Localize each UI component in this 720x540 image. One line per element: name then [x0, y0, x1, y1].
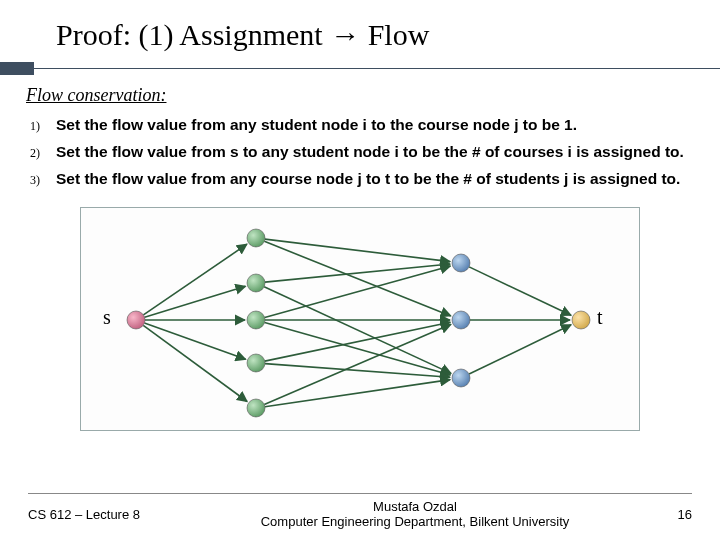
svg-point-19 — [127, 311, 145, 329]
svg-point-26 — [452, 311, 470, 329]
svg-point-27 — [452, 369, 470, 387]
step-number: 3) — [30, 169, 56, 190]
step-text: Set the flow value from any course node … — [56, 169, 694, 190]
svg-line-0 — [143, 244, 246, 315]
svg-point-20 — [247, 229, 265, 247]
step-item: 1) Set the flow value from any student n… — [26, 112, 694, 139]
svg-line-16 — [469, 267, 571, 315]
footer-author: Mustafa Ozdal Computer Engineering Depar… — [198, 499, 632, 530]
footer-course: CS 612 – Lecture 8 — [28, 507, 198, 522]
svg-line-3 — [144, 323, 245, 359]
flow-diagram: s t — [80, 207, 640, 431]
svg-point-22 — [247, 311, 265, 329]
step-item: 2) Set the flow value from s to any stud… — [26, 139, 694, 166]
svg-point-21 — [247, 274, 265, 292]
svg-line-18 — [469, 325, 571, 374]
footer-affiliation: Computer Engineering Department, Bilkent… — [198, 514, 632, 530]
footer: CS 612 – Lecture 8 Mustafa Ozdal Compute… — [0, 499, 720, 530]
svg-line-13 — [265, 363, 450, 377]
node-label-s: s — [103, 306, 111, 329]
graph-svg — [81, 208, 641, 432]
node-label-t: t — [597, 306, 603, 329]
page-number: 16 — [632, 507, 692, 522]
step-text: Set the flow value from any student node… — [56, 115, 694, 136]
footer-divider — [28, 493, 692, 494]
svg-line-1 — [145, 286, 246, 317]
svg-point-24 — [247, 399, 265, 417]
svg-point-25 — [452, 254, 470, 272]
step-text: Set the flow value from s to any student… — [56, 142, 694, 163]
svg-point-28 — [572, 311, 590, 329]
footer-name: Mustafa Ozdal — [198, 499, 632, 515]
page-title: Proof: (1) Assignment → Flow — [56, 18, 720, 52]
svg-point-23 — [247, 354, 265, 372]
title-underline — [0, 62, 720, 75]
section-heading: Flow conservation: — [26, 85, 694, 106]
svg-line-12 — [265, 322, 450, 361]
step-item: 3) Set the flow value from any course no… — [26, 166, 694, 193]
step-number: 2) — [30, 142, 56, 163]
svg-line-6 — [264, 241, 450, 316]
svg-line-4 — [143, 325, 247, 401]
step-number: 1) — [30, 115, 56, 136]
svg-line-14 — [265, 379, 450, 406]
svg-line-5 — [265, 239, 450, 262]
